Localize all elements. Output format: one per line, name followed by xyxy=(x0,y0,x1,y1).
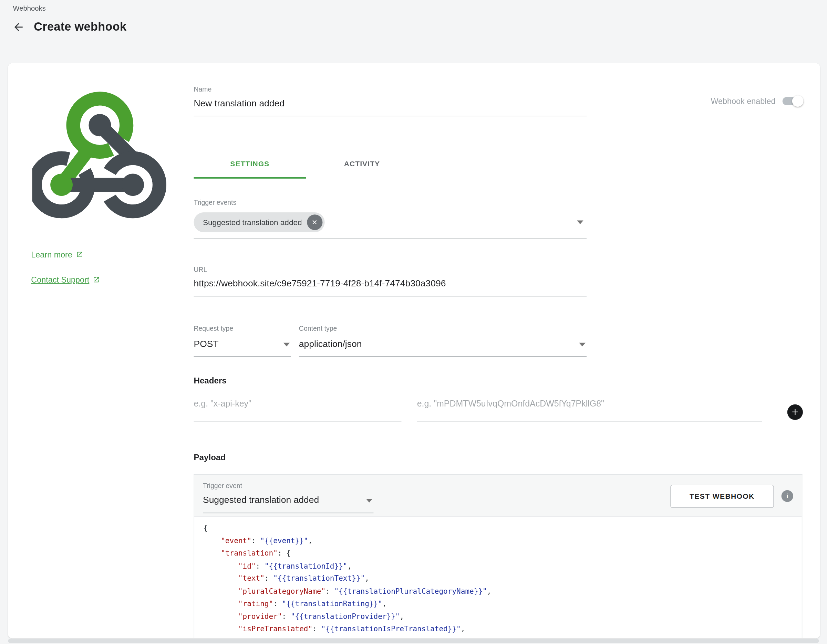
content-type-label: Content type xyxy=(299,325,587,333)
trigger-events-field: Trigger events Suggested translation add… xyxy=(193,199,587,238)
url-label: URL xyxy=(193,266,587,274)
external-link-icon xyxy=(76,251,83,258)
test-webhook-button[interactable]: TEST WEBHOOK xyxy=(670,485,774,508)
webhook-enabled-switch[interactable] xyxy=(783,97,802,105)
page-title: Create webhook xyxy=(34,20,126,34)
chip-remove-button[interactable]: ✕ xyxy=(307,215,322,230)
trigger-event-chip-label: Suggested translation added xyxy=(203,218,302,227)
request-type-select[interactable]: POST xyxy=(193,337,291,356)
trigger-events-label: Trigger events xyxy=(193,199,587,207)
payload-trigger-event-value: Suggested translation added xyxy=(203,493,319,507)
info-glyph: i xyxy=(786,492,788,500)
tab-settings[interactable]: SETTINGS xyxy=(193,151,306,179)
dropdown-arrow-icon xyxy=(284,342,290,346)
webhook-logo-icon xyxy=(32,90,170,223)
content-type-field: Content type application/json xyxy=(299,325,587,356)
page: Webhooks Create webhook xyxy=(0,0,827,644)
page-header: Create webhook xyxy=(11,19,126,34)
header-value-input[interactable] xyxy=(417,395,762,422)
create-webhook-card: Learn more Contact Support Name Webhook … xyxy=(8,63,820,638)
add-header-button[interactable]: + xyxy=(787,404,803,420)
url-field: URL xyxy=(193,266,587,297)
payload-title: Payload xyxy=(193,453,226,462)
dropdown-arrow-icon xyxy=(579,342,585,346)
headers-title: Headers xyxy=(193,376,226,386)
header-key-input[interactable] xyxy=(193,395,401,422)
content-type-select[interactable]: application/json xyxy=(299,337,587,356)
trigger-event-chip: Suggested translation added ✕ xyxy=(193,212,325,232)
back-button[interactable] xyxy=(11,19,26,34)
external-link-icon xyxy=(93,276,100,283)
payload-trigger-event-label: Trigger event xyxy=(203,482,373,490)
switch-knob xyxy=(792,95,804,107)
horizontal-scrollbar[interactable] xyxy=(8,639,819,643)
url-input[interactable] xyxy=(193,278,587,297)
content-type-value: application/json xyxy=(299,337,362,352)
payload-code-editor[interactable]: { "event": "{{event}}", "translation": {… xyxy=(194,517,802,638)
breadcrumb[interactable]: Webhooks xyxy=(13,4,45,12)
learn-more-link[interactable]: Learn more xyxy=(31,250,83,259)
contact-support-label: Contact Support xyxy=(31,275,89,284)
dropdown-arrow-icon xyxy=(366,498,373,502)
payload-panel: Trigger event Suggested translation adde… xyxy=(193,474,802,638)
plus-icon: + xyxy=(792,406,799,417)
name-label: Name xyxy=(193,86,587,93)
payload-panel-header: Trigger event Suggested translation adde… xyxy=(194,474,802,517)
request-type-value: POST xyxy=(193,337,218,352)
request-type-field: Request type POST xyxy=(193,325,291,356)
webhook-enabled-row: Webhook enabled xyxy=(711,96,802,105)
close-icon: ✕ xyxy=(312,218,318,226)
learn-more-label: Learn more xyxy=(31,250,72,259)
name-input[interactable] xyxy=(193,98,587,116)
info-icon[interactable]: i xyxy=(782,490,793,502)
tabs: SETTINGS ACTIVITY xyxy=(193,151,418,179)
contact-support-link[interactable]: Contact Support xyxy=(31,275,100,284)
webhook-enabled-label: Webhook enabled xyxy=(711,96,776,105)
back-arrow-icon xyxy=(12,21,25,33)
name-field: Name xyxy=(193,86,587,116)
tab-activity[interactable]: ACTIVITY xyxy=(306,151,418,179)
trigger-events-select[interactable]: Suggested translation added ✕ xyxy=(193,212,587,238)
payload-trigger-event-select[interactable]: Suggested translation added xyxy=(203,493,373,513)
dropdown-arrow-icon xyxy=(577,220,584,224)
request-type-label: Request type xyxy=(193,325,291,333)
payload-trigger-event-field: Trigger event Suggested translation adde… xyxy=(203,482,373,513)
